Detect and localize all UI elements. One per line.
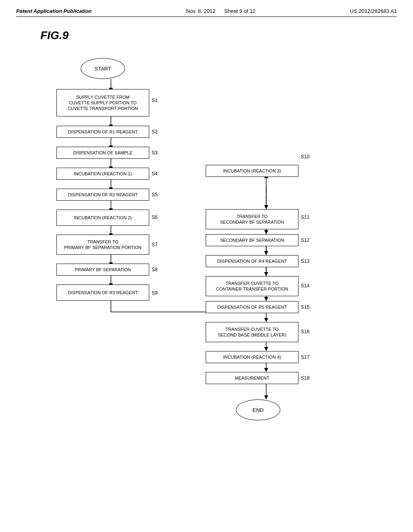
step-s3-label: S3 <box>152 150 158 156</box>
step-s2-label: S2 <box>152 129 158 135</box>
figure-title: FIG.9 <box>40 29 397 42</box>
step-s1-label: S1 <box>152 98 158 103</box>
step-s14-label: S14 <box>301 283 309 289</box>
step-s9-label: S9 <box>152 290 158 296</box>
step-s4-label: S4 <box>152 171 158 177</box>
step-s5-box: DISPENSATION OF R2 REAGENT <box>56 189 149 201</box>
flowchart-diagram: START SUPPLY CUVETTE FROM CUVETTE SUPPLY… <box>32 50 395 513</box>
header-date: Nov. 8, 2012 Sheet 9 of 12 <box>186 8 256 14</box>
svg-marker-37 <box>264 347 268 351</box>
step-s18-label: S18 <box>301 375 309 381</box>
step-s8-box: PRIMARY BF SEPARATION <box>56 264 149 276</box>
step-s3-box: DISPENSATION OF SAMPLE <box>56 147 149 159</box>
step-s7-label: S7 <box>152 242 158 247</box>
step-s12-box: SECONDARY BF SEPARATION <box>206 234 298 246</box>
step-s11-box: TRANSFER TO SECONDARY BF SEPARATION <box>206 209 298 229</box>
step-s13-label: S13 <box>301 258 309 264</box>
page: Patent Application Publication Nov. 8, 2… <box>0 0 413 532</box>
step-s16-box: TRANSFER CUVETTE TO SECOND BASE (MIDDLE … <box>206 322 298 342</box>
svg-marker-31 <box>264 272 268 276</box>
step-s4-box: INCUBATION (REACTION 1) <box>56 168 149 180</box>
step-s15-box: DISPENSATION OF R5 REAGENT <box>206 301 298 313</box>
step-s17-label: S17 <box>301 354 309 360</box>
step-s5-label: S5 <box>152 192 158 197</box>
step-s6-label: S6 <box>152 214 158 220</box>
step-s13-box: DISPENSATION OF R4 REAGENT <box>206 255 298 267</box>
step-s12-label: S12 <box>301 237 309 243</box>
step-s9-box: DISPENSATION OF R3 REAGENT <box>56 285 149 301</box>
step-s1-box: SUPPLY CUVETTE FROM CUVETTE SUPPLY PORTI… <box>56 89 149 116</box>
step-s10-label: S10 <box>301 154 309 160</box>
svg-marker-33 <box>264 297 268 301</box>
step-s8-label: S8 <box>152 267 158 272</box>
step-s18-box: MEASUREMENT <box>206 372 298 384</box>
page-header: Patent Application Publication Nov. 8, 2… <box>16 8 397 17</box>
svg-marker-27 <box>264 230 268 234</box>
step-s6-box: INCUBATION (REACTION 2) <box>56 210 149 226</box>
step-s15-label: S15 <box>301 304 309 310</box>
svg-marker-29 <box>264 251 268 255</box>
start-oval: START <box>81 58 125 79</box>
svg-marker-25 <box>264 205 268 209</box>
end-oval: END <box>236 399 280 420</box>
svg-marker-35 <box>264 318 268 322</box>
step-s17-box: INCUBATION (REACTION 4) <box>206 351 298 363</box>
header-publication-label: Patent Application Publication <box>16 8 92 14</box>
header-patent-number: US 2012/282683 A1 <box>350 8 397 14</box>
step-s14-box: TRANSFER CUVETTE TO CONTAINER TRANSFER P… <box>206 276 298 296</box>
step-s7-box: TRANSFER TO PRIMARY BF SEPARATION PORTIO… <box>56 235 149 255</box>
svg-marker-41 <box>264 395 268 399</box>
svg-marker-39 <box>264 368 268 372</box>
step-s2-box: DISPENSATION OF R1 REAGENT <box>56 126 149 138</box>
step-s10-box: INCUBATION (REACTION 3) <box>206 165 298 177</box>
step-s11-label: S11 <box>301 214 309 220</box>
step-s16-label: S16 <box>301 329 309 335</box>
